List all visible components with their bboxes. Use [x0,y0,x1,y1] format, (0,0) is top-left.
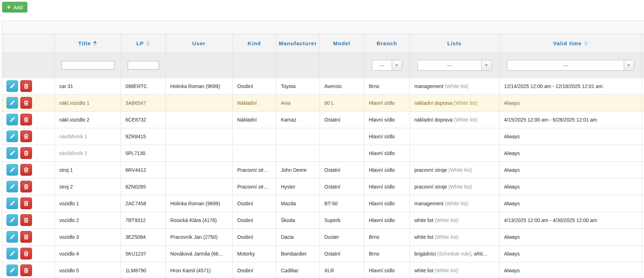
column-header-valid-time[interactable]: Valid time [499,34,642,53]
delete-button[interactable] [20,147,32,159]
user-cell [165,178,232,195]
sort-icon-valid-time[interactable] [584,41,588,46]
title-filter-input[interactable] [62,61,114,70]
trash-icon [23,100,29,106]
spacer-cell [642,228,644,245]
title-cell: stroj 2 [54,178,121,195]
edit-button[interactable] [6,264,18,276]
valid-time-cell: Always [499,145,642,161]
edit-button[interactable] [6,214,18,226]
delete-button[interactable] [20,231,32,243]
pencil-icon [9,200,15,206]
column-header-lp[interactable]: LP [121,34,165,53]
lists-cell: brigádníci (Schedule rule), whit… [410,245,499,262]
delete-button[interactable] [20,80,32,92]
pencil-icon [9,133,15,139]
list-segment: white list [415,217,435,223]
valid-time-cell: Always [499,262,642,278]
kind-cell: Osobní [232,262,276,278]
valid-time-cell: Always [499,94,642,111]
lists-filter-select[interactable]: --- [417,60,492,71]
lists-cell [410,145,499,161]
lp-cell: 8ZN0265 [121,178,165,195]
model-cell: Avensis [320,78,364,94]
list-segment: brigádníci [415,251,438,257]
lists-cell: white list (White list) [410,212,499,228]
user-cell: Pracovník Jan (2750) [165,228,232,245]
delete-button[interactable] [20,214,32,226]
column-header-valid-time-label: Valid time [553,40,581,46]
delete-button[interactable] [20,264,32,276]
kind-cell: Motorky [232,245,276,262]
delete-button[interactable] [20,248,32,259]
list-segment: (White list) [448,184,472,190]
branch-cell: Hlavní sídlo [364,111,410,128]
valid-time-cell: Always [499,128,642,145]
kind-cell: Osobní [232,212,276,228]
edit-button[interactable] [6,97,18,109]
actions-cell [2,111,54,128]
column-header-user-label: User [192,40,205,46]
actions-cell [2,195,54,212]
dropdown-arrow-icon[interactable] [392,60,402,70]
manufacturer-filter-cell [276,53,320,78]
add-button[interactable]: + Add [2,2,27,12]
edit-button[interactable] [6,130,18,142]
column-header-title[interactable]: Title [54,34,121,53]
dropdown-arrow-icon[interactable] [481,60,491,70]
lp-filter-cell [121,53,165,78]
edit-button[interactable] [6,164,18,176]
pencil-icon [9,100,15,106]
manufacturer-cell: John Deere [276,161,320,178]
edit-button[interactable] [6,181,18,192]
table-row: vozidlo 27BT9312Rosická Klára (4178)Osob… [2,212,644,228]
trash-icon [23,200,29,206]
user-cell: Hron Kamil (4571) [165,262,232,278]
table-row: návštěvník 19ZR8415Hlavní sídloAlways [2,128,644,145]
table-toolbar [2,21,644,34]
title-cell: vozidlo 5 [54,262,121,278]
edit-button[interactable] [6,197,18,209]
manufacturer-cell: Avia [276,94,320,111]
delete-button[interactable] [20,164,32,176]
branch-filter-cell: --- [364,53,410,78]
edit-button[interactable] [6,114,18,125]
lists-cell: white list (White list) [410,228,499,245]
user-cell: Rosická Klára (4178) [165,212,232,228]
edit-button[interactable] [6,147,18,159]
spacer-cell [642,128,644,145]
spacer-cell [642,78,644,94]
delete-button[interactable] [20,197,32,209]
actions-cell [2,262,54,278]
table-row: vozidlo 12AC7458Holinka Roman (9699)Osob… [2,195,644,212]
manufacturer-cell [276,145,320,161]
dropdown-arrow-icon[interactable] [624,60,634,70]
delete-button[interactable] [20,97,32,109]
lp-cell: 9ZR8415 [121,128,165,145]
list-segment: (Schedule rule) [437,251,471,257]
list-segment: management [415,201,445,206]
column-header-branch: Branch [364,34,410,53]
table-row: návštěvník 25PL7130Hlavní sídloAlways [2,145,644,161]
sort-icon-title[interactable] [93,41,97,46]
list-segment: management [415,83,445,89]
sort-icon-lp[interactable] [146,41,150,46]
lp-cell: 7BT9312 [121,212,165,228]
kind-cell: Osobní [232,78,276,94]
lp-filter-input[interactable] [128,61,159,70]
delete-button[interactable] [20,181,32,192]
edit-button[interactable] [6,248,18,259]
model-cell: Ostatní [320,111,364,128]
title-cell: vozidlo 3 [54,228,121,245]
edit-button[interactable] [6,80,18,92]
branch-filter-select[interactable]: --- [372,60,402,71]
branch-cell: Hlavní sídlo [364,212,410,228]
valid-time-filter-select[interactable]: --- [507,60,634,71]
actions-cell [2,212,54,228]
title-cell: návštěvník 1 [54,128,121,145]
kind-cell: Pracovní str… [232,178,276,195]
edit-button[interactable] [6,231,18,243]
delete-button[interactable] [20,114,32,125]
delete-button[interactable] [20,130,32,142]
table-row: vozidlo 51LM8790Hron Kamil (4571)OsobníC… [2,262,644,278]
